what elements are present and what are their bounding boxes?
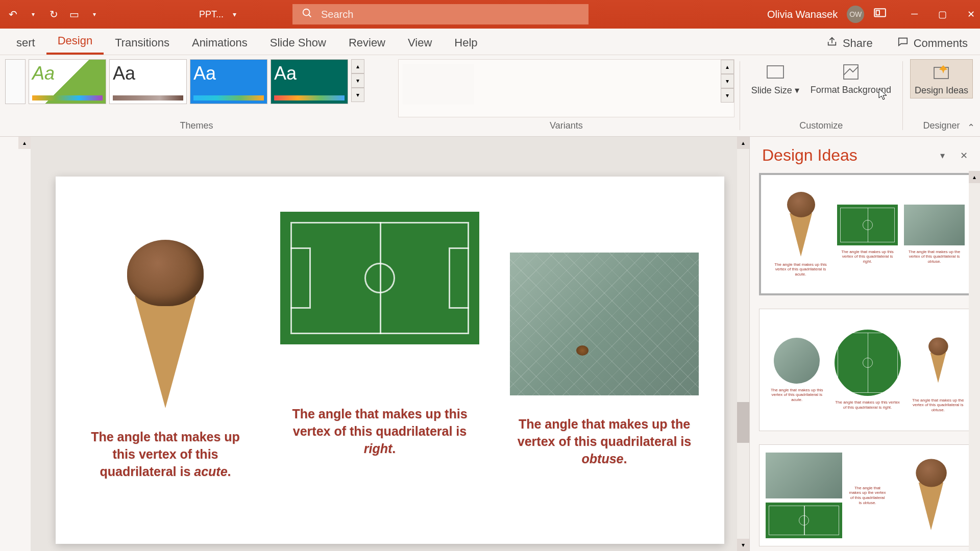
slide-canvas[interactable]: The angle that makes up this vertex of t… [56, 177, 724, 544]
slide-editor[interactable]: The angle that makes up this vertex of t… [31, 137, 749, 551]
slide-item-web: The angle that makes up the vertex of th… [510, 253, 699, 467]
design-ideas-label: Design Ideas [915, 85, 968, 96]
themes-down[interactable]: ▾ [351, 73, 364, 88]
panel-scrollbar[interactable]: ▴ [969, 171, 980, 551]
mini-cap: The angle that makes up the vertex of th… [848, 486, 887, 505]
design-idea-3[interactable]: The angle that makes up the vertex of th… [759, 444, 976, 546]
panel-scroll-up[interactable]: ▴ [969, 171, 980, 183]
search-input[interactable] [321, 9, 579, 20]
comment-icon [897, 36, 909, 51]
variants-gallery[interactable]: ▴ ▾ ▾ [398, 59, 734, 117]
panel-body: The angle that makes up this vertex of t… [750, 171, 980, 551]
caption-obtuse[interactable]: The angle that makes up the vertex of th… [510, 416, 699, 467]
theme-aa: Aa [32, 63, 103, 84]
mini-cap: The angle that makes up the vertex of th… [907, 398, 970, 413]
format-bg-label: Format Background [811, 85, 891, 95]
present-mode-icon[interactable] [873, 7, 887, 22]
quick-access-toolbar: ↶ ▾ ↻ ▭ ▾ [5, 7, 102, 22]
theme-aa: Aa [193, 63, 264, 84]
maximize-button[interactable]: ▢ [938, 9, 947, 20]
tab-transitions[interactable]: Transitions [104, 31, 181, 55]
file-dropdown-icon: ▾ [233, 10, 236, 18]
spider-web-image[interactable] [510, 253, 699, 395]
themes-up[interactable]: ▴ [351, 59, 364, 73]
slide-item-field: The angle that makes up this vertex of t… [280, 212, 479, 457]
theme-teal[interactable]: Aa [271, 59, 348, 104]
theme-blank[interactable] [5, 59, 26, 104]
editor-scrollbar[interactable]: ▴ ▾ [737, 137, 749, 551]
design-ideas-icon [930, 62, 952, 83]
variants-group: ▴ ▾ ▾ Variants [393, 55, 740, 136]
window-controls: ─ ▢ ✕ [911, 9, 975, 20]
tab-help[interactable]: Help [443, 31, 488, 55]
theme-wood[interactable]: Aa [109, 59, 187, 104]
slide-size-button[interactable]: Slide Size ▾ [747, 59, 803, 98]
collapse-ribbon-button[interactable]: ⌃ [967, 122, 975, 133]
redo-button[interactable]: ↻ [46, 7, 61, 22]
mini-cap: The angle that makes up this vertex of t… [837, 249, 898, 264]
tab-slideshow[interactable]: Slide Show [259, 31, 337, 55]
scroll-up[interactable]: ▴ [737, 137, 749, 149]
svg-line-1 [309, 15, 311, 17]
panel-close-icon[interactable]: ✕ [960, 150, 968, 161]
search-box[interactable] [292, 4, 589, 24]
themes-group: Aa Aa Aa Aa ▴ ▾ ▾ Themes [0, 55, 393, 136]
undo-dropdown[interactable]: ▾ [26, 7, 41, 22]
theme-aa: Aa [274, 63, 345, 84]
caption-right[interactable]: The angle that makes up this vertex of t… [280, 406, 479, 457]
comments-label: Comments [914, 37, 968, 50]
mini-cap: The angle that makes up the vertex of th… [904, 249, 965, 264]
slide-size-label: Slide Size ▾ [751, 85, 799, 96]
slide-item-cone: The angle that makes up this vertex of t… [81, 240, 250, 480]
avatar[interactable]: OW [847, 6, 864, 23]
user-name[interactable]: Olivia Wanasek [767, 9, 838, 20]
slide-thumbnails-panel: ▴ [0, 137, 31, 551]
scroll-down[interactable]: ▾ [737, 539, 749, 551]
tab-insert[interactable]: sert [5, 31, 46, 55]
minimize-button[interactable]: ─ [911, 9, 918, 20]
mini-cap: The angle that makes up this vertex of t… [835, 400, 901, 410]
design-ideas-button[interactable]: Design Ideas [910, 59, 973, 98]
variants-up[interactable]: ▴ [721, 60, 734, 74]
format-background-button[interactable]: Format Background [806, 59, 895, 98]
caption-acute[interactable]: The angle that makes up this vertex of t… [81, 429, 250, 480]
scroll-thumb[interactable] [737, 402, 749, 443]
variants-more[interactable]: ▾ [721, 88, 734, 103]
design-idea-2[interactable]: The angle that makes up this vertex of t… [759, 309, 976, 431]
customize-label: Customize [747, 120, 895, 133]
tab-review[interactable]: Review [337, 31, 397, 55]
soccer-field-image[interactable] [280, 212, 479, 344]
ice-cream-image[interactable] [119, 240, 211, 408]
tab-view[interactable]: View [397, 31, 443, 55]
mini-cap: The angle that makes up this vertex of t… [770, 262, 831, 277]
variants-label: Variants [398, 120, 734, 133]
thumbnails-scroll-up[interactable]: ▴ [18, 137, 31, 149]
undo-button[interactable]: ↶ [5, 7, 20, 22]
themes-spinner: ▴ ▾ ▾ [351, 59, 364, 102]
design-idea-1[interactable]: The angle that makes up this vertex of t… [759, 173, 976, 295]
design-ideas-panel: Design Ideas ▾ ✕ The angle that makes up… [749, 137, 980, 551]
user-area: Olivia Wanasek OW ─ ▢ ✕ [767, 6, 975, 23]
start-from-beginning-button[interactable]: ▭ [66, 7, 82, 22]
variants-down[interactable]: ▾ [721, 74, 734, 88]
comments-button[interactable]: Comments [890, 32, 975, 55]
panel-menu-icon[interactable]: ▾ [940, 150, 945, 161]
share-button[interactable]: Share [819, 32, 880, 55]
share-label: Share [843, 37, 873, 50]
title-bar: ↶ ▾ ↻ ▭ ▾ PPT... ▾ Olivia Wanasek OW ─ ▢… [0, 0, 980, 29]
svg-rect-5 [844, 65, 858, 79]
themes-more[interactable]: ▾ [351, 88, 364, 102]
qat-more[interactable]: ▾ [87, 7, 102, 22]
close-button[interactable]: ✕ [967, 9, 975, 20]
svg-rect-4 [767, 66, 783, 78]
ribbon-tabs: sert Design Transitions Animations Slide… [0, 29, 980, 55]
tab-design[interactable]: Design [46, 29, 104, 55]
themes-label: Themes [5, 120, 388, 133]
variant-thumb[interactable] [403, 64, 474, 105]
tab-animations[interactable]: Animations [181, 31, 259, 55]
panel-header: Design Ideas ▾ ✕ [750, 137, 980, 171]
theme-green[interactable]: Aa [29, 59, 106, 104]
theme-blue-pattern[interactable]: Aa [190, 59, 267, 104]
customize-group: Slide Size ▾ Format Background Customize [740, 55, 902, 136]
file-name[interactable]: PPT... ▾ [199, 9, 236, 20]
